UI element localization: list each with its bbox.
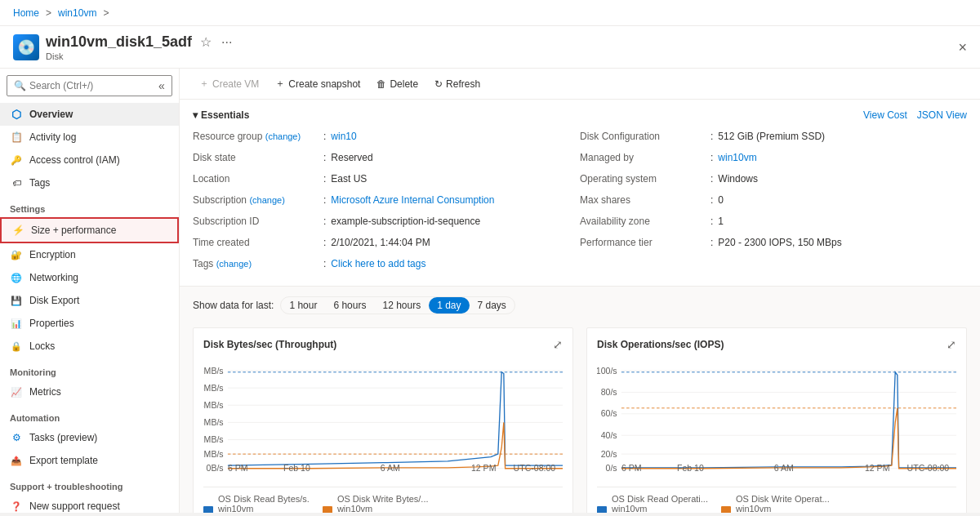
svg-text:6 AM: 6 AM — [774, 463, 794, 473]
sidebar-item-locks[interactable]: Locks — [0, 335, 179, 358]
sidebar-item-encryption[interactable]: Encryption — [0, 243, 179, 266]
search-input[interactable] — [29, 80, 152, 91]
sidebar-item-networking[interactable]: Networking — [0, 266, 179, 289]
change-link-6[interactable]: (change) — [216, 259, 252, 269]
sidebar-label-tasks: Tasks (preview) — [29, 432, 97, 443]
throughput-legend-write: OS Disk Write Bytes/... win10vm 285.7 kB… — [323, 494, 429, 513]
create-vm-button[interactable]: ＋ Create VM — [193, 73, 265, 94]
essentials-label-5: Time created — [193, 237, 323, 248]
tags-link[interactable]: Click here to add tags — [331, 258, 425, 269]
throughput-pin-button[interactable]: ⤢ — [553, 338, 563, 351]
show-data-label: Show data for last: — [193, 300, 274, 311]
svg-text:80/s: 80/s — [601, 387, 617, 397]
sidebar-item-size[interactable]: Size + performance — [0, 217, 179, 243]
section-header-settings: Settings — [0, 194, 179, 217]
resource-title-group: win10vm_disk1_5adf ☆ ··· Disk — [46, 33, 234, 61]
search-box: 🔍 « — [7, 75, 172, 96]
delete-button[interactable]: 🗑 Delete — [370, 75, 425, 93]
charts-section: Show data for last: 1 hour6 hours12 hour… — [180, 287, 980, 513]
support-icon — [10, 500, 23, 513]
breadcrumb-home[interactable]: Home — [13, 7, 39, 19]
essentials-right-row-3: Max shares: 0 — [580, 194, 967, 212]
sidebar-label-locks: Locks — [29, 340, 55, 352]
essentials-right-value-0: 512 GiB (Premium SSD) — [718, 131, 825, 142]
breadcrumb-sep1: > — [46, 7, 51, 19]
sidebar-item-diskexport[interactable]: Disk Export — [0, 289, 179, 312]
favorite-btn[interactable]: ☆ — [198, 33, 213, 51]
essentials-row-6: Tags (change): Click here to add tags — [193, 258, 580, 276]
tags-icon — [10, 176, 23, 189]
right-link-1[interactable]: win10vm — [718, 152, 756, 163]
time-option-1[interactable]: 6 hours — [325, 297, 374, 314]
sidebar: 🔍 « OverviewActivity logAccess control (… — [0, 69, 180, 513]
svg-text:5MB/s: 5MB/s — [203, 383, 224, 393]
change-link-0[interactable]: (change) — [265, 131, 301, 141]
iops-footer: OS Disk Read Operati... win10vm 8.97 /s — [597, 487, 956, 513]
sidebar-item-tags[interactable]: Tags — [0, 171, 179, 194]
essentials-right-value-2: Windows — [718, 173, 758, 185]
time-option-0[interactable]: 1 hour — [281, 297, 325, 314]
sidebar-item-metrics[interactable]: Metrics — [0, 380, 179, 403]
write-legend-text: OS Disk Write Bytes/... win10vm 285.7 kB… — [337, 494, 429, 513]
sidebar-item-overview[interactable]: Overview — [0, 103, 179, 126]
iops-write-legend-text: OS Disk Write Operat... win10vm 10.76 /s — [736, 494, 830, 513]
view-cost-link[interactable]: View Cost — [863, 109, 907, 121]
essentials-right-label-3: Max shares — [580, 194, 710, 206]
essentials-right-value-1: win10vm — [718, 152, 756, 163]
search-icon: 🔍 — [14, 80, 26, 91]
breadcrumb-sep2: > — [103, 7, 109, 19]
refresh-button[interactable]: ↻ Refresh — [428, 75, 487, 93]
more-btn[interactable]: ··· — [220, 33, 234, 51]
metrics-icon — [10, 385, 23, 398]
svg-text:UTC-08:00: UTC-08:00 — [514, 463, 556, 473]
time-option-4[interactable]: 7 days — [470, 297, 514, 314]
change-link-3[interactable]: (change) — [249, 195, 284, 205]
sidebar-item-activity[interactable]: Activity log — [0, 126, 179, 149]
sidebar-item-access[interactable]: Access control (IAM) — [0, 149, 179, 171]
essentials-right-value-5: P20 - 2300 IOPS, 150 MBps — [718, 237, 841, 248]
tasks-icon — [10, 431, 23, 444]
sidebar-item-support[interactable]: New support request — [0, 495, 179, 513]
close-button[interactable]: × — [958, 38, 967, 56]
throughput-title: Disk Bytes/sec (Throughput) — [203, 339, 336, 350]
breadcrumb-vm[interactable]: win10vm — [58, 7, 96, 19]
sidebar-item-export[interactable]: Export template — [0, 449, 179, 472]
create-snapshot-button[interactable]: ＋ Create snapshot — [269, 73, 367, 94]
time-option-2[interactable]: 12 hours — [374, 297, 429, 314]
essentials-row-0: Resource group (change): win10 — [193, 131, 580, 149]
time-selector: Show data for last: 1 hour6 hours12 hour… — [193, 296, 967, 314]
time-option-3[interactable]: 1 day — [429, 297, 469, 314]
collapse-btn[interactable]: « — [155, 79, 168, 92]
essentials-value-2: East US — [331, 173, 367, 185]
svg-text:12 PM: 12 PM — [865, 463, 889, 473]
iops-pin-button[interactable]: ⤢ — [947, 338, 956, 351]
value-link-0[interactable]: win10 — [331, 131, 356, 142]
essentials-right-row-2: Operating system: Windows — [580, 173, 967, 191]
sidebar-item-tasks[interactable]: Tasks (preview) — [0, 426, 179, 449]
essentials-row-2: Location: East US — [193, 173, 580, 191]
iops-title: Disk Operations/sec (IOPS) — [597, 339, 724, 350]
essentials-value-1: Reserved — [331, 152, 372, 163]
essentials-right-label-2: Operating system — [580, 173, 710, 185]
iops-legend-read: OS Disk Read Operati... win10vm 8.97 /s — [597, 494, 708, 513]
json-view-link[interactable]: JSON View — [917, 109, 967, 121]
svg-text:0B/s: 0B/s — [207, 463, 224, 473]
resource-subtitle: Disk — [46, 51, 234, 61]
essentials-label-2: Location — [193, 173, 323, 185]
value-link-3[interactable]: Microsoft Azure Internal Consumption — [331, 194, 494, 206]
svg-text:6MB/s: 6MB/s — [203, 366, 224, 376]
sidebar-label-access: Access control (IAM) — [29, 154, 120, 166]
export-icon — [10, 454, 23, 467]
essentials-label-1: Disk state — [193, 152, 323, 163]
resource-header: 💿 win10vm_disk1_5adf ☆ ··· Disk × — [0, 26, 980, 69]
essentials-right-label-1: Managed by — [580, 152, 710, 163]
sidebar-label-support: New support request — [29, 500, 120, 512]
sidebar-item-properties[interactable]: Properties — [0, 312, 179, 335]
overview-icon — [10, 108, 23, 121]
essentials-right-label-4: Availability zone — [580, 216, 710, 227]
throughput-svg: 6MB/s 5MB/s 4MB/s 3MB/s 2MB/s 1MB/s 0B/s — [203, 358, 563, 480]
section-header-support-+-troubleshooting: Support + troubleshooting — [0, 472, 179, 495]
section-header-automation: Automation — [0, 403, 179, 426]
essentials-title: ▾ Essentials — [193, 109, 249, 121]
networking-icon — [10, 271, 23, 284]
